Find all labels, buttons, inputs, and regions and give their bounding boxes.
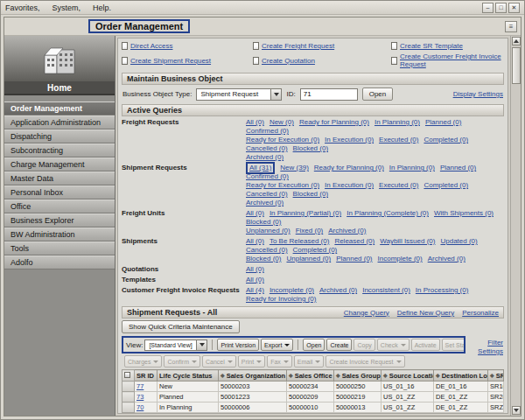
query-link-confirmed-0[interactable]: Confirmed (0) — [246, 172, 289, 181]
query-link-in-planning-partial-0[interactable]: In Planning (Partial) (0) — [270, 209, 341, 218]
view-select[interactable]: [Standard View] — [144, 340, 207, 351]
create-button[interactable]: Create — [326, 339, 352, 351]
query-link-archived-0[interactable]: Archived (0) — [319, 286, 357, 295]
query-link-ready-for-planning-0[interactable]: Ready for Planning (0) — [299, 118, 369, 127]
query-link-all-0[interactable]: All (0) — [246, 276, 264, 284]
query-link-archived-0[interactable]: Archived (0) — [246, 153, 284, 162]
query-link-all-4[interactable]: All (4) — [246, 286, 264, 295]
query-link-in-execution-0[interactable]: In Execution (0) — [325, 181, 374, 190]
query-link-in-planning-0[interactable]: In Planning (0) — [389, 164, 435, 172]
change-query-link[interactable]: Change Query — [344, 309, 389, 317]
open-button[interactable]: Open — [303, 339, 325, 351]
query-link-planned-0[interactable]: Planned (0) — [425, 118, 461, 127]
query-link-ready-for-planning-0[interactable]: Ready for Planning (0) — [314, 164, 384, 172]
sr-id-link[interactable]: 73 — [136, 393, 144, 401]
scroll-down-icon[interactable] — [512, 406, 521, 415]
query-link-inconsistent-0[interactable]: Inconsistent (0) — [362, 286, 410, 295]
column-header-sr-id[interactable]: SR ID — [135, 370, 158, 382]
query-link-released-0[interactable]: Released (0) — [334, 237, 374, 246]
query-link-to-be-released-0[interactable]: To Be Released (0) — [270, 237, 329, 246]
sidebar-item-application-administration[interactable]: Application Administration — [4, 116, 115, 130]
column-header-destination-loc[interactable]: ◆Destination Loc... — [434, 370, 488, 382]
sidebar-item-adolfo[interactable]: Adolfo — [4, 256, 115, 270]
sr-id-link[interactable]: 77 — [136, 382, 144, 390]
query-link-in-execution-0[interactable]: In Execution (0) — [325, 136, 374, 144]
query-link-executed-0[interactable]: Executed (0) — [379, 136, 418, 144]
chevron-down-icon[interactable] — [270, 89, 281, 100]
query-link-executed-0[interactable]: Executed (0) — [379, 181, 418, 190]
column-header-sales-organization[interactable]: ◆Sales Organization — [219, 370, 287, 382]
query-link-new-0[interactable]: New (0) — [270, 118, 294, 127]
sidebar-item-bw-administration[interactable]: BW Administration — [4, 228, 115, 242]
query-link-completed-0[interactable]: Completed (0) — [293, 246, 338, 255]
query-link-incomplete-0[interactable]: Incomplete (0) — [270, 286, 314, 295]
vertical-scrollbar-thumb[interactable] — [512, 47, 521, 84]
query-link-completed-0[interactable]: Completed (0) — [424, 136, 468, 144]
query-link-incomplete-0[interactable]: Incomplete (0) — [378, 255, 423, 263]
display-settings-link[interactable]: Display Settings — [453, 90, 503, 98]
query-link-archived-0[interactable]: Archived (0) — [328, 227, 366, 235]
query-link-planned-0[interactable]: Planned (0) — [440, 164, 476, 172]
row-selector[interactable] — [122, 392, 135, 402]
vertical-scrollbar[interactable] — [510, 36, 521, 416]
row-selector[interactable] — [122, 413, 135, 415]
minimize-icon[interactable]: – — [482, 3, 494, 13]
query-link-planned-0[interactable]: Planned (0) — [336, 255, 372, 263]
direct-access-link[interactable]: Direct Access — [130, 42, 172, 50]
scroll-up-icon[interactable] — [512, 37, 521, 46]
query-link-confirmed-0[interactable]: Confirmed (0) — [246, 127, 289, 136]
query-link-cancelled-0[interactable]: Cancelled (0) — [246, 190, 288, 199]
chevron-down-icon[interactable] — [196, 340, 206, 350]
sidebar-item-personal-inbox[interactable]: Personal Inbox — [4, 186, 115, 200]
query-link-new-39[interactable]: New (39) — [280, 164, 308, 172]
sidebar-item-subcontracting[interactable]: Subcontracting — [4, 144, 115, 158]
query-link-blocked-0[interactable]: Blocked (0) — [246, 218, 281, 227]
sidebar-item-dispatching[interactable]: Dispatching — [4, 130, 115, 144]
print-version-button[interactable]: Print Version — [217, 339, 259, 351]
query-link-completed-0[interactable]: Completed (0) — [424, 181, 468, 190]
query-link-all-0[interactable]: All (0) — [246, 265, 264, 274]
row-selector[interactable] — [122, 402, 135, 413]
query-link-ready-for-execution-0[interactable]: Ready for Execution (0) — [246, 181, 319, 190]
select-all-header[interactable] — [122, 370, 135, 382]
sidebar-item-charge-management[interactable]: Charge Management — [4, 158, 115, 172]
column-header-sr-type[interactable]: ◆SR Type — [488, 370, 504, 382]
query-link-updated-0[interactable]: Updated (0) — [440, 237, 477, 246]
sidebar-item-tools[interactable]: Tools — [4, 242, 115, 256]
query-link-blocked-0[interactable]: Blocked (0) — [246, 255, 281, 263]
query-link-fixed-0[interactable]: Fixed (0) — [296, 227, 324, 235]
query-link-in-planning-0[interactable]: In Planning (0) — [374, 118, 420, 127]
menu-item-help[interactable]: Help. — [93, 4, 111, 12]
query-link-ready-for-invoicing-0[interactable]: Ready for Invoicing (0) — [246, 295, 316, 304]
query-link-all-0[interactable]: All (0) — [246, 237, 264, 246]
row-selector[interactable] — [122, 382, 135, 392]
column-header-source-location[interactable]: ◆Source Location — [382, 370, 434, 382]
create-shipment-request-link[interactable]: Create Shipment Request — [130, 57, 211, 65]
query-link-blocked-0[interactable]: Blocked (0) — [293, 190, 328, 199]
query-link-in-planning-complete-0[interactable]: In Planning (Complete) (0) — [346, 209, 429, 218]
create-freight-request-link[interactable]: Create Freight Request — [262, 42, 334, 50]
select-all-icon[interactable] — [124, 372, 130, 378]
id-input[interactable] — [300, 88, 358, 101]
sr-id-link[interactable]: 70 — [136, 403, 144, 411]
personalize-link[interactable]: Personalize — [462, 309, 499, 317]
query-link-cancelled-0[interactable]: Cancelled (0) — [246, 144, 288, 153]
business-object-type-select[interactable]: Shipment Request — [196, 88, 282, 101]
create-customer-freight-invoice-request-link[interactable]: Create Customer Freight Invoice Request — [400, 52, 504, 68]
show-quick-criteria-button[interactable]: Show Quick Criteria Maintenance — [122, 320, 240, 333]
filter-settings-link[interactable]: Filter Settings — [470, 339, 503, 356]
maximize-icon[interactable]: □ — [495, 3, 507, 13]
export-button[interactable]: Export — [261, 339, 293, 351]
create-quotation-link[interactable]: Create Quotation — [262, 57, 315, 65]
query-link-cancelled-0[interactable]: Cancelled (0) — [246, 246, 288, 255]
close-icon[interactable]: ✕ — [508, 3, 520, 13]
query-link-all-0[interactable]: All (0) — [246, 209, 264, 218]
query-link-unplanned-0[interactable]: Unplanned (0) — [246, 227, 290, 235]
query-link-in-processing-0[interactable]: In Processing (0) — [416, 286, 468, 295]
sidebar-item-office[interactable]: Office — [4, 200, 115, 214]
query-link-with-shipments-0[interactable]: With Shipments (0) — [434, 209, 494, 218]
query-link-archived-0[interactable]: Archived (0) — [428, 255, 466, 263]
query-link-blocked-0[interactable]: Blocked (0) — [293, 144, 328, 153]
column-header-sales-office[interactable]: ◆Sales Office — [287, 370, 334, 382]
query-link-waybill-issued-0[interactable]: Waybill Issued (0) — [380, 237, 435, 246]
